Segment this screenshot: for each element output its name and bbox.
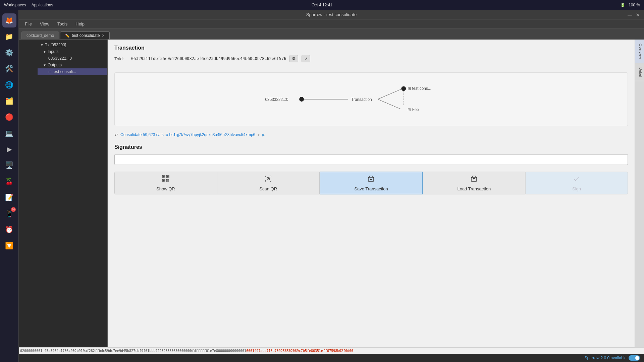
minimize-button[interactable]: — — [627, 12, 633, 17]
sidebar-icon-notes[interactable]: 📝 — [2, 190, 16, 204]
app-sidebar-icons: 🦊 📁 ⚙️ 🛠️ 🌐 🗂️ 🔴 💻 ▶ 🖥️ 🍒 📝 📱 44 ⏰ 🔽 — [0, 10, 19, 362]
available-text: Sparrow 2.0.0 available — [585, 356, 627, 360]
consolidate-text[interactable]: Consolidate 59,623 sats to bc1qj7k7wy7hp… — [120, 132, 255, 137]
sidebar-icon-red[interactable]: 🔴 — [2, 110, 16, 124]
load-transaction-button[interactable]: Load Transaction — [423, 172, 525, 194]
menu-view[interactable]: View — [37, 21, 53, 27]
sidebar-icon-badge[interactable]: 📱 44 — [2, 206, 16, 221]
svg-rect-6 — [166, 179, 167, 180]
txid-copy-button[interactable]: ⧉ — [289, 55, 298, 62]
sidebar-icon-arrow[interactable]: ▶ — [2, 142, 16, 156]
txid-label: Txid: — [114, 56, 128, 61]
tab-coldcard-demo[interactable]: coldcard_demo — [21, 32, 59, 39]
svg-rect-5 — [163, 180, 164, 181]
window-controls[interactable]: — ✕ — [627, 12, 641, 17]
sidebar-icon-files[interactable]: 📁 — [2, 29, 16, 44]
svg-rect-7 — [168, 179, 168, 180]
sign-label: Sign — [572, 186, 581, 191]
scan-qr-label: Scan QR — [259, 186, 277, 191]
workspaces-menu[interactable]: Workspaces — [4, 3, 26, 7]
save-transaction-button[interactable]: Save Transaction — [320, 172, 423, 194]
sidebar-icon-clock[interactable]: ⏰ — [2, 223, 16, 237]
output2-line — [378, 99, 401, 109]
system-bar: Workspaces Applications Oct 4 12:41 🔋 10… — [0, 0, 644, 10]
tab-test-consolidate[interactable]: ✏️ test consolidate ✕ — [60, 32, 110, 39]
sign-icon — [573, 175, 581, 184]
tree-output-label: test consoli... — [53, 69, 76, 74]
consolidate-icon: ↩ — [114, 132, 118, 137]
tree-outputs[interactable]: ▼ Outputs — [38, 62, 107, 68]
tab-test-consolidate-label: test consolidate — [72, 33, 100, 38]
scan-qr-button[interactable]: Scan QR — [217, 172, 320, 194]
input-node-label: 03533222..:0 — [265, 97, 289, 102]
system-datetime: Oct 4 12:41 — [312, 3, 332, 7]
system-bar-right: 🔋 100 % — [620, 3, 640, 7]
signature-input[interactable] — [114, 154, 628, 165]
tab-coldcard-demo-label: coldcard_demo — [26, 33, 54, 38]
output1-line — [378, 89, 401, 99]
svg-rect-9 — [168, 181, 168, 181]
sidebar-icon-bottom[interactable]: 🔽 — [2, 239, 16, 253]
sidebar-icon-tools[interactable]: 🛠️ — [2, 62, 16, 76]
outputs-caret-icon: ▼ — [43, 63, 46, 67]
txid-open-button[interactable]: ↗ — [302, 55, 310, 62]
transaction-section: Transaction Txid: 05329311fdbf55e0e2260b… — [108, 40, 635, 69]
sidebar-icon-monitor[interactable]: 🖥️ — [2, 158, 16, 172]
show-qr-label: Show QR — [156, 186, 175, 191]
txid-value: 05329311fdbf55e0e2260b0082aef6c623db499d… — [131, 56, 286, 61]
sign-button[interactable]: Sign — [525, 172, 628, 194]
caret-icon: ▼ — [40, 43, 44, 47]
output1-node — [401, 86, 406, 91]
save-transaction-label: Save Transaction — [354, 186, 388, 191]
arrow-icon[interactable]: ▶ — [262, 132, 265, 137]
close-button[interactable]: ✕ — [635, 12, 641, 17]
tree-output-item[interactable]: ⊞ test consoli... — [38, 68, 107, 75]
status-bar: Sparrow 2.0.0 available — [0, 354, 644, 362]
load-transaction-icon — [470, 175, 478, 184]
signatures-title: Signatures — [114, 144, 628, 150]
output2-label: ⊞ Fee — [408, 107, 419, 112]
detail-tab[interactable]: Detail — [635, 63, 644, 81]
load-transaction-label: Load Transaction — [457, 186, 491, 191]
consolidate-info: ↩ Consolidate 59,623 sats to bc1qj7k7wy7… — [108, 129, 635, 140]
tab-close-button[interactable]: ✕ — [102, 34, 105, 38]
tree-input-item[interactable]: 03533222...0 — [38, 55, 107, 62]
svg-point-11 — [268, 178, 269, 179]
applications-menu[interactable]: Applications — [32, 3, 53, 7]
show-qr-button[interactable]: Show QR — [114, 172, 217, 194]
sidebar-icon-firefox[interactable]: 🦊 — [2, 13, 16, 27]
right-panel: Overview Detail — [635, 40, 644, 354]
save-transaction-icon — [367, 175, 375, 184]
signatures-section: Signatures — [108, 140, 635, 169]
input-node — [299, 97, 304, 102]
tx-node-label: Transaction — [351, 97, 372, 102]
action-buttons-row: Show QR Scan QR — [114, 172, 628, 194]
svg-rect-8 — [166, 181, 167, 181]
tree-input-label: 03533222...0 — [48, 56, 72, 61]
tree-outputs-label: Outputs — [48, 63, 62, 67]
tree-inputs[interactable]: ▼ Inputs — [38, 48, 107, 55]
menu-tools[interactable]: Tools — [54, 21, 71, 27]
system-bar-left: Workspaces Applications — [4, 3, 53, 7]
window-title: Sparrow - test consolidate — [306, 12, 357, 17]
sidebar-icon-terminal[interactable]: 💻 — [2, 126, 16, 140]
txid-row: Txid: 05329311fdbf55e0e2260b0082aef6c623… — [114, 55, 628, 62]
available-toggle[interactable] — [629, 355, 640, 361]
title-bar: Sparrow - test consolidate — ✕ — [19, 10, 644, 19]
transaction-graph: 03533222..:0 Transaction ⊞ test cons... … — [114, 72, 628, 126]
scan-qr-icon — [264, 175, 272, 184]
menu-help[interactable]: Help — [72, 21, 88, 27]
hex-bar: 02000000001 45a5964a1703c902b919af282ffb… — [19, 347, 644, 354]
tree-root[interactable]: ▼ Tx [053293] — [38, 42, 107, 48]
sidebar-icon-cherry[interactable]: 🍒 — [2, 174, 16, 188]
transaction-title: Transaction — [114, 45, 628, 51]
sidebar-icon-settings[interactable]: ⚙️ — [2, 46, 16, 60]
sidebar-icon-globe[interactable]: 🌐 — [2, 78, 16, 92]
transaction-graph-svg: 03533222..:0 Transaction ⊞ test cons... … — [115, 73, 628, 126]
hex-highlight: 6001497ade713d709256502069c7b5fe86351eff… — [246, 349, 353, 353]
tree-root-label: Tx [053293] — [45, 43, 66, 47]
overview-tab[interactable]: Overview — [635, 40, 644, 63]
battery-level: 100 % — [629, 3, 640, 7]
sidebar-icon-vscode[interactable]: 🗂️ — [2, 94, 16, 108]
menu-file[interactable]: File — [21, 21, 35, 27]
